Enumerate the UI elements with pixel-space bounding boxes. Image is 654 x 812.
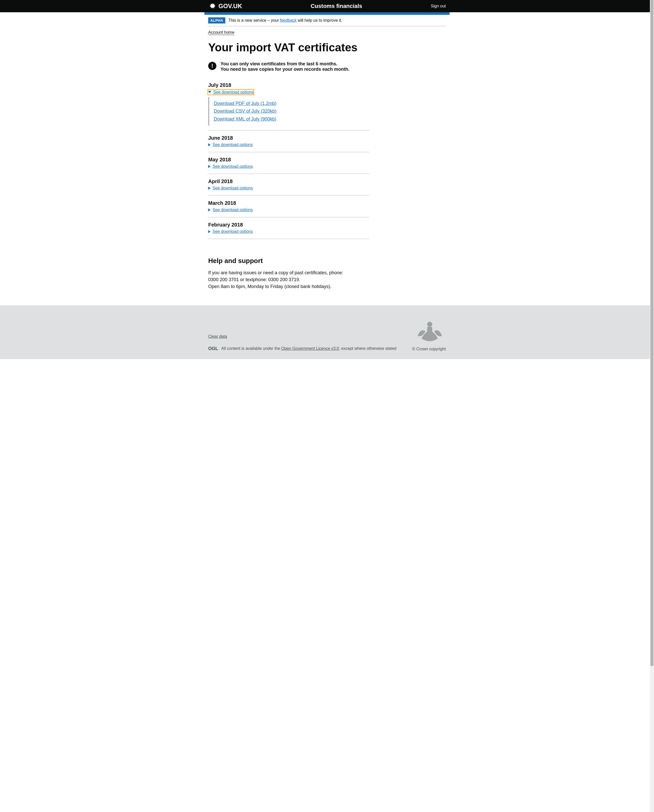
download-csv-link[interactable]: Download CSV of July (320kb) — [214, 107, 369, 115]
month-group-june: June 2018 See download options — [208, 130, 369, 152]
govuk-logo-text: GOV.UK — [219, 3, 242, 10]
help-heading: Help and support — [208, 257, 369, 265]
service-name: Customs financials — [242, 3, 431, 9]
caret-icon — [208, 230, 211, 233]
download-options-summary: See download options — [212, 229, 253, 234]
scrollbar-track[interactable] — [650, 0, 654, 359]
scrollbar-thumb[interactable] — [651, 0, 654, 359]
month-group-april: April 2018 See download options — [208, 174, 369, 195]
month-label: June 2018 — [208, 135, 369, 141]
important-line-1: You can only view certificates from the … — [220, 61, 350, 67]
help-line-3: Open 8am to 6pm, Monday to Friday (close… — [208, 283, 369, 290]
feedback-link[interactable]: feedback — [280, 18, 296, 23]
download-options-toggle[interactable]: See download options — [208, 229, 253, 234]
month-group-february: February 2018 See download options — [208, 217, 369, 239]
download-options-summary: See download options — [213, 90, 254, 95]
download-options-toggle[interactable]: See download options — [208, 142, 253, 147]
month-label: April 2018 — [208, 179, 369, 185]
ogl-logo: OGL — [208, 346, 218, 351]
phase-text-after: will help us to improve it. — [296, 18, 342, 23]
month-label: February 2018 — [208, 222, 369, 228]
month-group-march: March 2018 See download options — [208, 195, 369, 217]
exclamation-icon: ! — [208, 62, 216, 70]
download-pdf-link[interactable]: Download PDF of July (1.2mb) — [214, 99, 369, 107]
phase-banner: ALPHA This is a new service – your feedb… — [208, 15, 446, 26]
download-options-toggle[interactable]: See download options — [208, 90, 254, 95]
sign-out-link[interactable]: Sign out — [431, 4, 446, 8]
phase-text-before: This is a new service – your — [228, 18, 280, 23]
help-line-1: If you are having issues or need a copy … — [208, 269, 369, 276]
caret-icon — [208, 208, 211, 211]
help-line-2: 0300 200 3701 or textphone: 0300 200 371… — [208, 276, 369, 283]
download-options-summary: See download options — [212, 208, 253, 212]
download-options-details: See download options — [208, 142, 369, 147]
phase-tag: ALPHA — [208, 17, 225, 23]
govuk-logo-link[interactable]: GOV.UK — [208, 3, 242, 10]
ogl-prefix: All content is available under the — [221, 346, 281, 351]
download-options-summary: See download options — [212, 142, 253, 147]
download-options-toggle[interactable]: See download options — [208, 208, 253, 212]
download-options-details: See download options Download PDF of Jul… — [208, 90, 369, 125]
download-options-details: See download options — [208, 186, 369, 191]
svg-point-0 — [427, 322, 432, 327]
month-label: July 2018 — [208, 82, 369, 88]
ogl-link[interactable]: Open Government Licence v3.0 — [281, 346, 339, 351]
month-label: March 2018 — [208, 200, 369, 206]
header-border — [204, 12, 450, 15]
download-links-panel: Download PDF of July (1.2mb) Download CS… — [208, 97, 369, 126]
svg-rect-1 — [427, 327, 432, 334]
important-notice: ! You can only view certificates from th… — [208, 61, 446, 72]
download-options-toggle[interactable]: See download options — [208, 164, 253, 169]
download-options-toggle[interactable]: See download options — [208, 186, 253, 191]
crown-copyright-link[interactable]: © Crown copyright — [412, 347, 446, 351]
crest-icon — [414, 318, 446, 344]
page-title: Your import VAT certificates — [208, 41, 446, 53]
crown-icon — [208, 3, 217, 10]
caret-icon — [208, 187, 211, 190]
clear-data-link[interactable]: Clear data — [208, 334, 227, 339]
site-footer: Clear data OGL All content is available … — [0, 305, 654, 359]
download-options-summary: See download options — [212, 186, 253, 191]
caret-icon — [208, 143, 211, 146]
month-group-july: July 2018 See download options Download … — [208, 82, 369, 130]
download-options-details: See download options — [208, 208, 369, 212]
important-line-2: You need to save copies for your own rec… — [220, 67, 350, 72]
account-home-link[interactable]: Account home — [208, 30, 234, 35]
site-header: GOV.UK Customs financials Sign out — [0, 0, 654, 12]
caret-icon — [208, 165, 211, 168]
help-text: If you are having issues or need a copy … — [208, 269, 369, 290]
download-options-details: See download options — [208, 229, 369, 234]
caret-icon — [208, 91, 211, 93]
download-options-details: See download options — [208, 164, 369, 169]
download-xml-link[interactable]: Download XML of July (900kb) — [214, 115, 369, 123]
month-group-may: May 2018 See download options — [208, 152, 369, 174]
ogl-suffix: , except where otherwise stated — [339, 346, 396, 351]
download-options-summary: See download options — [212, 164, 253, 169]
month-label: May 2018 — [208, 157, 369, 163]
